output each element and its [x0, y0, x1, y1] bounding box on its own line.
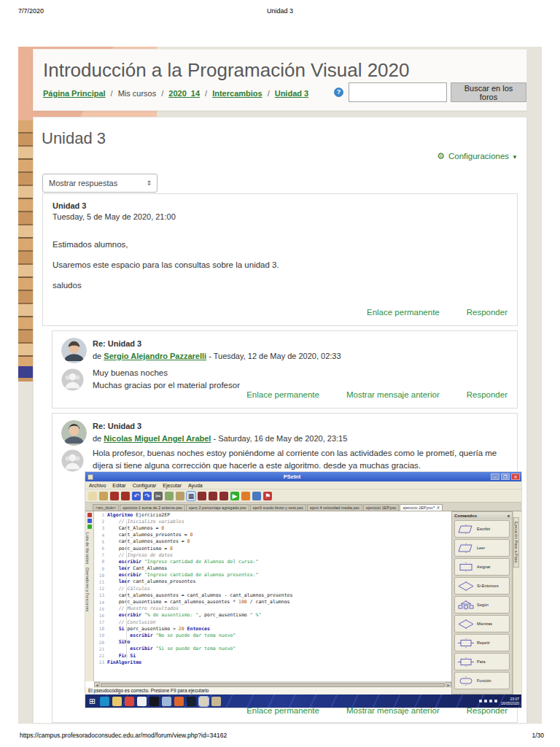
- save-all-icon[interactable]: [121, 492, 130, 500]
- command-mientras[interactable]: Mientras: [454, 615, 510, 632]
- copy-icon[interactable]: [165, 492, 174, 500]
- editor-tab[interactable]: <sin_titulo>: [93, 504, 119, 511]
- pseint-tabbar: <sin_titulo>ejercicio 1 suma de 2 entero…: [85, 503, 521, 511]
- tray-icon[interactable]: [479, 700, 482, 703]
- code-line: 22 Fin Si: [94, 652, 451, 659]
- menu-item[interactable]: Ayuda: [188, 483, 203, 488]
- tools-3-icon[interactable]: [219, 492, 228, 500]
- taskbar-start-icon[interactable]: ⊞: [88, 697, 97, 706]
- scroll-left-icon[interactable]: ◄: [94, 682, 100, 687]
- editor-tab[interactable]: ejer3 suedo bruto y neto.psc: [250, 504, 306, 511]
- tools-2-icon[interactable]: [209, 492, 217, 500]
- editor-tab[interactable]: ejercicio 1EP.psc: [363, 504, 399, 511]
- taskbar-chrome-icon[interactable]: [125, 697, 134, 706]
- breadcrumb-item[interactable]: Unidad 3: [275, 89, 308, 98]
- flowchart-par-icon: [456, 543, 475, 553]
- avatar[interactable]: [61, 338, 87, 363]
- taskbar-firefox-icon[interactable]: [174, 697, 184, 706]
- taskbar-file-explorer-icon[interactable]: [112, 697, 122, 706]
- code-text: porc_ausentismo = 0: [107, 546, 173, 551]
- code-line: 17 // Conclusión: [94, 619, 451, 625]
- step-run-icon[interactable]: [241, 492, 250, 500]
- taskbar-google-app-icon[interactable]: [137, 697, 147, 706]
- undo-icon[interactable]: ↶: [132, 492, 141, 500]
- settings-menu[interactable]: ⚙Configuraciones▼: [437, 151, 518, 161]
- author-link[interactable]: Nicolas Miguel Angel Arabel: [104, 434, 211, 443]
- menu-item[interactable]: Configurar: [133, 483, 157, 488]
- variables-list-tab[interactable]: Lista de Variables: [85, 533, 90, 564]
- tools-1-icon[interactable]: [198, 492, 206, 500]
- post-action-link[interactable]: Mostrar mensaje anterior: [346, 390, 440, 399]
- step-execution-tab[interactable]: Ejecución Paso a Paso: [513, 517, 519, 568]
- command-escribir[interactable]: Escribir: [454, 520, 510, 538]
- operators-functions-tab[interactable]: Operadores y Funciones: [85, 568, 90, 611]
- code-text: Cant_Alumnos = 0: [107, 525, 164, 531]
- command-seg-n[interactable]: Según: [454, 596, 510, 614]
- post-action-link[interactable]: Mostrar mensaje anterior: [346, 706, 440, 715]
- close-icon[interactable]: x: [508, 514, 510, 518]
- menu-item[interactable]: Editar: [112, 483, 125, 488]
- analyze-icon[interactable]: [252, 492, 261, 500]
- post-action-link[interactable]: Enlace permanente: [367, 308, 440, 317]
- breadcrumb-item[interactable]: 2020_14: [168, 89, 200, 98]
- post-paragraph: Muchas gracias por el material profesor: [93, 379, 240, 392]
- new-file-icon[interactable]: [88, 492, 97, 500]
- forum-search-input[interactable]: [349, 82, 447, 102]
- menu-item[interactable]: Archivo: [89, 483, 106, 488]
- editor-tab[interactable]: ejerc 4 velocidad media.psc: [307, 504, 362, 511]
- save-icon[interactable]: [110, 492, 119, 500]
- taskbar-pseint-icon[interactable]: [199, 697, 209, 706]
- tray-icon[interactable]: [484, 700, 487, 703]
- scrollbar-thumb[interactable]: [101, 683, 445, 687]
- help-icon[interactable]: ?: [334, 88, 343, 97]
- pseint-screenshot[interactable]: PSeInt – ❐ ✕ ArchivoEditarConfigurarEjec…: [85, 472, 521, 708]
- flowchart-view-icon[interactable]: ▦: [187, 492, 195, 500]
- forum-search-button[interactable]: Buscar en los foros: [451, 82, 526, 102]
- taskbar-steam-icon[interactable]: [187, 697, 196, 706]
- post-action-link[interactable]: Enlace permanente: [246, 390, 319, 399]
- post-action-link[interactable]: Responder: [467, 390, 508, 399]
- scroll-right-icon[interactable]: ►: [446, 682, 451, 687]
- redo-icon[interactable]: ↷: [143, 492, 152, 500]
- taskbar-edge-icon[interactable]: [100, 697, 109, 706]
- command-si-entonces[interactable]: Si-Entonces: [454, 577, 510, 595]
- command-leer[interactable]: Leer: [454, 539, 510, 557]
- close-button[interactable]: ✕: [511, 473, 520, 480]
- command-repetir[interactable]: Repetir: [454, 634, 510, 651]
- tray-icon[interactable]: [489, 700, 492, 703]
- code-editor[interactable]: 1Algoritmo Ejercicio2EP2 // Inicializo v…: [94, 511, 451, 681]
- display-mode-select[interactable]: Mostrar respuestas anidadas ⇕: [42, 174, 158, 193]
- breadcrumb-separator: /: [111, 89, 113, 98]
- avatar[interactable]: [61, 420, 87, 446]
- open-file-icon[interactable]: [99, 492, 108, 500]
- editor-tab[interactable]: ejerc 2 porcentaje agregado.psc: [186, 504, 249, 511]
- editor-tab[interactable]: ejercicio 2EP.psc*X: [400, 504, 442, 511]
- command-funci-n[interactable]: Función: [454, 672, 510, 689]
- tab-close-icon[interactable]: X: [437, 506, 440, 510]
- report-flag-icon[interactable]: ⚑: [263, 492, 272, 500]
- taskbar-g-dark-app-icon[interactable]: [149, 697, 159, 706]
- post-action-link[interactable]: Responder: [467, 308, 508, 317]
- author-link[interactable]: Sergio Alejandro Pazzarelli: [104, 352, 206, 360]
- command-label: Escribir: [477, 527, 490, 531]
- editor-tab[interactable]: ejercicio 1 suma de 2 enteros.psc: [120, 504, 185, 511]
- post-action-link[interactable]: Enlace permanente: [246, 706, 319, 715]
- breadcrumb-separator: /: [268, 89, 270, 98]
- cut-icon[interactable]: ✂: [154, 492, 163, 500]
- command-asignar[interactable]: Asignar: [454, 558, 510, 576]
- background-photo-pencils: [18, 120, 34, 382]
- sidebar-mini-icon: [88, 513, 92, 517]
- breadcrumb-item[interactable]: Página Principal: [43, 89, 106, 98]
- paste-icon[interactable]: [176, 492, 184, 500]
- gear-icon: ⚙: [437, 151, 445, 161]
- command-para[interactable]: Para: [454, 653, 510, 670]
- post-action-link[interactable]: Responder: [467, 706, 508, 715]
- menu-item[interactable]: Ejecutar: [163, 483, 182, 488]
- taskbar-notepad-icon[interactable]: [162, 697, 171, 706]
- run-icon[interactable]: ▶: [230, 492, 239, 500]
- maximize-button[interactable]: ❐: [501, 473, 510, 480]
- minimize-button[interactable]: –: [491, 473, 499, 480]
- horizontal-scrollbar[interactable]: ◄ ►: [94, 681, 451, 687]
- tray-icon[interactable]: [494, 700, 497, 703]
- breadcrumb-item[interactable]: Intercambios: [212, 89, 262, 98]
